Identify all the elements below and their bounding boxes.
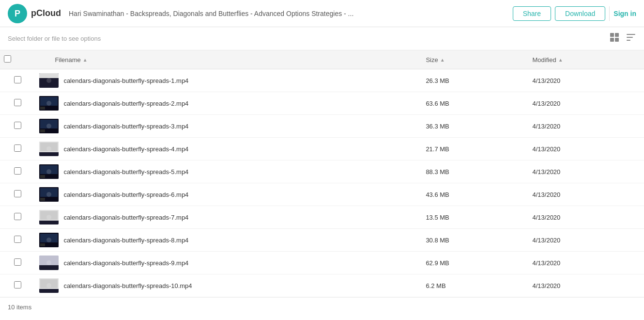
svg-rect-36	[40, 198, 45, 201]
filename-cell: calendars-diagonals-butterfly-spreads-7.…	[35, 206, 422, 228]
sort-icon[interactable]	[626, 32, 636, 45]
size-sort-arrow: ▲	[440, 57, 445, 63]
modified-column-header[interactable]: Modified ▲	[529, 50, 644, 69]
svg-rect-21	[40, 129, 45, 132]
svg-rect-40	[39, 221, 59, 224]
row-checkbox-cell	[0, 274, 35, 297]
svg-point-56	[46, 283, 51, 288]
svg-point-47	[46, 238, 51, 242]
item-count: 10 items	[8, 304, 31, 311]
row-checkbox-cell	[0, 115, 35, 138]
file-thumbnail	[39, 164, 59, 179]
row-checkbox[interactable]	[14, 99, 21, 106]
filename-cell: calendars-diagonals-butterfly-spreads-6.…	[35, 183, 422, 206]
select-all-checkbox[interactable]	[4, 55, 11, 63]
row-checkbox[interactable]	[14, 281, 21, 288]
svg-point-37	[46, 192, 51, 197]
row-checkbox-cell	[0, 138, 35, 160]
svg-point-51	[46, 260, 51, 265]
toolbar: Select folder or file to see options	[0, 27, 644, 50]
row-checkbox[interactable]	[14, 122, 21, 129]
row-checkbox[interactable]	[14, 167, 21, 175]
file-name-text: calendars-diagonals-butterfly-spreads-9.…	[63, 259, 188, 267]
file-thumbnail	[39, 278, 59, 293]
filename-cell: calendars-diagonals-butterfly-spreads-9.…	[35, 252, 422, 274]
table-row[interactable]: calendars-diagonals-butterfly-spreads-2.…	[0, 92, 644, 115]
svg-point-17	[46, 101, 51, 106]
file-name-text: calendars-diagonals-butterfly-spreads-7.…	[63, 214, 188, 221]
table-row[interactable]: calendars-diagonals-butterfly-spreads-10…	[0, 274, 644, 297]
filename-cell: calendars-diagonals-butterfly-spreads-4.…	[35, 138, 422, 160]
file-name-text: calendars-diagonals-butterfly-spreads-3.…	[63, 123, 188, 130]
row-checkbox[interactable]	[14, 190, 21, 197]
svg-rect-5	[615, 38, 619, 42]
svg-text:P: P	[15, 9, 20, 18]
size-cell: 36.3 MB	[422, 115, 528, 138]
file-name-text: calendars-diagonals-butterfly-spreads-8.…	[63, 237, 188, 244]
modified-cell: 4/13/2020	[529, 138, 644, 160]
table-row[interactable]: calendars-diagonals-butterfly-spreads-9.…	[0, 252, 644, 274]
size-cell: 88.3 MB	[422, 160, 528, 183]
file-thumbnail	[39, 233, 59, 247]
filename-sort-arrow: ▲	[83, 57, 88, 63]
svg-rect-46	[40, 243, 45, 246]
row-checkbox[interactable]	[14, 76, 21, 83]
size-cell: 26.3 MB	[422, 69, 528, 92]
size-cell: 62.9 MB	[422, 252, 528, 274]
filename-cell: calendars-diagonals-butterfly-spreads-1.…	[35, 69, 422, 92]
svg-rect-3	[615, 33, 619, 37]
grid-view-icon[interactable]	[609, 32, 620, 45]
table-row[interactable]: calendars-diagonals-butterfly-spreads-1.…	[0, 69, 644, 92]
svg-rect-10	[39, 73, 59, 78]
size-column-header[interactable]: Size ▲	[422, 50, 528, 69]
svg-rect-16	[40, 107, 45, 110]
modified-sort-arrow: ▲	[558, 57, 563, 63]
modified-cell: 4/13/2020	[529, 160, 644, 183]
row-checkbox[interactable]	[14, 258, 21, 266]
modified-cell: 4/13/2020	[529, 229, 644, 252]
file-name-text: calendars-diagonals-butterfly-spreads-4.…	[63, 145, 188, 153]
table-row[interactable]: calendars-diagonals-butterfly-spreads-4.…	[0, 138, 644, 160]
toolbar-view-controls	[609, 32, 636, 45]
row-checkbox[interactable]	[14, 213, 21, 220]
size-cell: 13.5 MB	[422, 206, 528, 229]
file-name-text: calendars-diagonals-butterfly-spreads-5.…	[63, 168, 188, 176]
size-cell: 63.6 MB	[422, 92, 528, 115]
table-row[interactable]: calendars-diagonals-butterfly-spreads-6.…	[0, 183, 644, 206]
row-checkbox-cell	[0, 69, 35, 92]
file-thumbnail	[39, 187, 59, 202]
table-row[interactable]: calendars-diagonals-butterfly-spreads-5.…	[0, 160, 644, 183]
table-row[interactable]: calendars-diagonals-butterfly-spreads-7.…	[0, 206, 644, 229]
file-table-body: calendars-diagonals-butterfly-spreads-1.…	[0, 69, 644, 297]
file-thumbnail	[39, 256, 59, 270]
filename-cell: calendars-diagonals-butterfly-spreads-2.…	[35, 92, 422, 114]
modified-cell: 4/13/2020	[529, 92, 644, 115]
row-checkbox-cell	[0, 229, 35, 252]
toolbar-placeholder: Select folder or file to see options	[8, 35, 101, 42]
header-actions: Share Download Sign in	[513, 6, 636, 21]
row-checkbox[interactable]	[14, 236, 21, 243]
table-row[interactable]: calendars-diagonals-butterfly-spreads-3.…	[0, 115, 644, 138]
table-row[interactable]: calendars-diagonals-butterfly-spreads-8.…	[0, 229, 644, 252]
filename-cell: calendars-diagonals-butterfly-spreads-5.…	[35, 160, 422, 183]
svg-rect-2	[610, 33, 614, 37]
row-checkbox-cell	[0, 183, 35, 206]
download-button[interactable]: Download	[555, 6, 605, 21]
size-cell: 6.2 MB	[422, 274, 528, 297]
modified-cell: 4/13/2020	[529, 206, 644, 229]
filename-column-header[interactable]: Filename ▲	[35, 50, 422, 69]
svg-rect-54	[39, 289, 59, 293]
row-checkbox[interactable]	[14, 144, 21, 152]
svg-rect-4	[610, 38, 614, 42]
file-table: Filename ▲ Size ▲ Modified ▲ calendars-d…	[0, 50, 644, 297]
table-header-row: Filename ▲ Size ▲ Modified ▲	[0, 50, 644, 69]
select-all-checkbox-col	[0, 50, 35, 69]
signin-button[interactable]: Sign in	[613, 10, 636, 17]
file-thumbnail	[39, 96, 59, 111]
size-cell: 30.8 MB	[422, 229, 528, 252]
filename-cell: calendars-diagonals-butterfly-spreads-10…	[35, 274, 422, 297]
pcloud-logo-icon: P	[8, 4, 27, 23]
share-button[interactable]: Share	[513, 6, 551, 21]
modified-cell: 4/13/2020	[529, 183, 644, 206]
file-thumbnail	[39, 210, 59, 224]
